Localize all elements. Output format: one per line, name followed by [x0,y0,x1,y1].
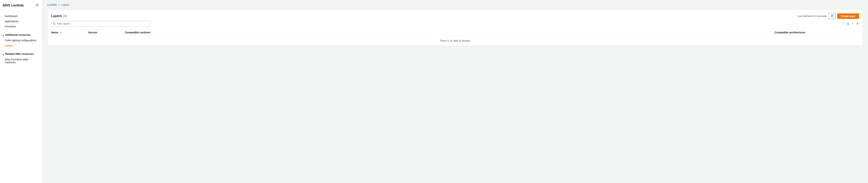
nav-main: Dashboard Applications Functions [0,11,42,30]
sidebar-header: AWS Lambda [0,0,42,11]
column-label: Version [88,31,97,34]
sidebar-title: AWS Lambda [3,3,24,7]
next-page-button[interactable] [851,23,854,25]
pagination: 1 [842,22,859,26]
last-fetched-text: Last fetched in 0 seconds [798,15,827,17]
chevron-right-icon [58,4,60,6]
sidebar-item-applications[interactable]: Applications [0,19,42,24]
layers-panel: Layers (0) Last fetched in 0 seconds Cre… [48,9,863,46]
main-content: Lambda Layers Layers (0) Last fetched in… [42,0,868,183]
empty-state: There is no data to display. [48,36,863,45]
close-icon [36,4,39,7]
svg-point-4 [53,23,55,24]
svg-line-5 [55,24,56,25]
nav-related-resources: Related AWS resources Step Functions sta… [0,49,42,66]
svg-marker-2 [3,35,4,36]
panel-header: Layers (0) Last fetched in 0 seconds Cre… [48,10,863,21]
search-wrap [51,21,150,26]
column-header-version[interactable]: Version [85,29,121,36]
sidebar: AWS Lambda Dashboard Applications Functi… [0,0,42,183]
column-header-architectures[interactable]: Compatible architectures [771,29,863,36]
panel-title-wrap: Layers (0) [51,14,67,18]
column-header-runtimes[interactable]: Compatible runtimes [121,29,771,36]
table-settings-button[interactable] [856,22,859,26]
breadcrumb-lambda[interactable]: Lambda [48,3,57,6]
prev-page-button[interactable] [842,23,845,25]
column-label: Compatible runtimes [125,31,151,34]
nav-additional-resources: Additional resources Code signing config… [0,30,42,49]
header-actions: Last fetched in 0 seconds Create layer [798,13,859,19]
section-header-related[interactable]: Related AWS resources [0,51,42,57]
sidebar-item-functions[interactable]: Functions [0,24,42,29]
filter-layers-input[interactable] [51,21,150,26]
caret-down-icon [3,53,4,54]
section-header-additional[interactable]: Additional resources [0,32,42,38]
panel-tools: 1 [48,21,863,29]
sidebar-item-dashboard[interactable]: Dashboard [0,13,42,19]
refresh-button[interactable] [829,13,836,19]
panel-count: (0) [63,14,67,18]
layers-table: Name Version Compatible runtimes [48,29,863,45]
svg-marker-3 [3,54,4,56]
caret-down-icon [3,34,4,36]
sort-icon [60,32,61,33]
panel-title: Layers [51,14,62,18]
search-icon [53,23,56,25]
column-label: Compatible architectures [775,31,805,34]
gear-icon [856,22,859,26]
column-header-name[interactable]: Name [48,29,84,36]
svg-marker-7 [60,32,61,33]
sidebar-item-step-functions[interactable]: Step Functions state machines [0,57,42,65]
breadcrumb-current: Layers [61,3,69,6]
sidebar-item-layers[interactable]: Layers [0,43,42,48]
svg-point-6 [857,23,858,24]
create-layer-button[interactable]: Create layer [837,13,859,19]
breadcrumb: Lambda Layers [42,0,868,8]
table-header-row: Name Version Compatible runtimes [48,29,863,36]
column-label: Name [51,31,58,34]
close-sidebar-button[interactable] [35,3,39,8]
section-title: Related AWS resources [5,52,34,56]
refresh-icon [831,14,834,18]
page-number: 1 [847,22,849,25]
section-title: Additional resources [5,33,31,36]
sidebar-item-code-signing[interactable]: Code signing configurations [0,38,42,43]
